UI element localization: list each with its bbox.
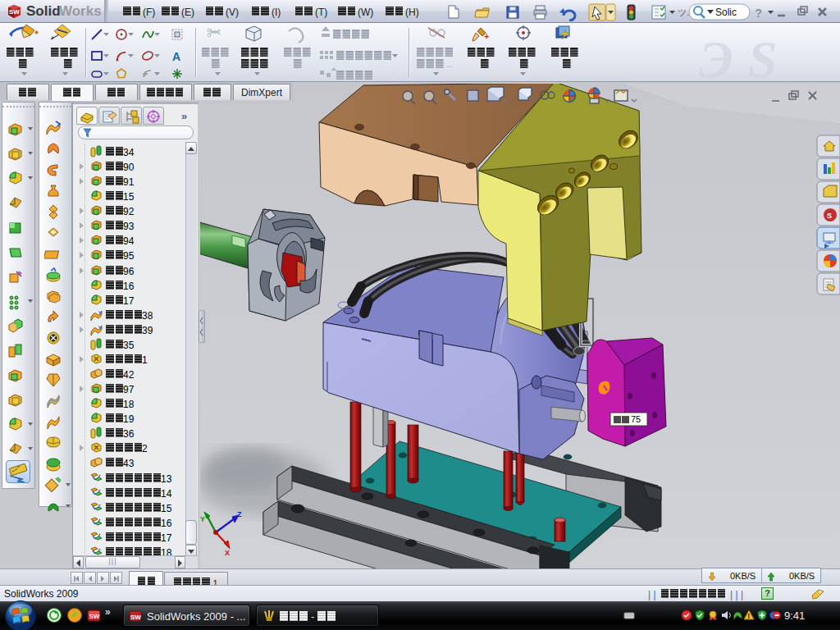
- svg-text:+: +: [484, 31, 489, 41]
- svg-text:Y: Y: [200, 515, 205, 523]
- svg-text:SW: SW: [89, 613, 100, 620]
- svg-text:?: ?: [755, 6, 762, 20]
- svg-text:!: !: [747, 612, 750, 620]
- svg-text:A: A: [172, 50, 180, 63]
- svg-text:75: 75: [631, 414, 641, 424]
- svg-text:SW: SW: [9, 8, 20, 16]
- svg-text:Solic: Solic: [715, 7, 737, 18]
- svg-text:S: S: [827, 212, 832, 220]
- svg-text:X: X: [225, 549, 230, 557]
- svg-text:...: ...: [446, 60, 453, 69]
- svg-text:Z: Z: [237, 510, 242, 518]
- svg-text:SW: SW: [130, 614, 141, 621]
- svg-text:Э: Э: [699, 30, 733, 81]
- svg-text:S: S: [748, 30, 778, 81]
